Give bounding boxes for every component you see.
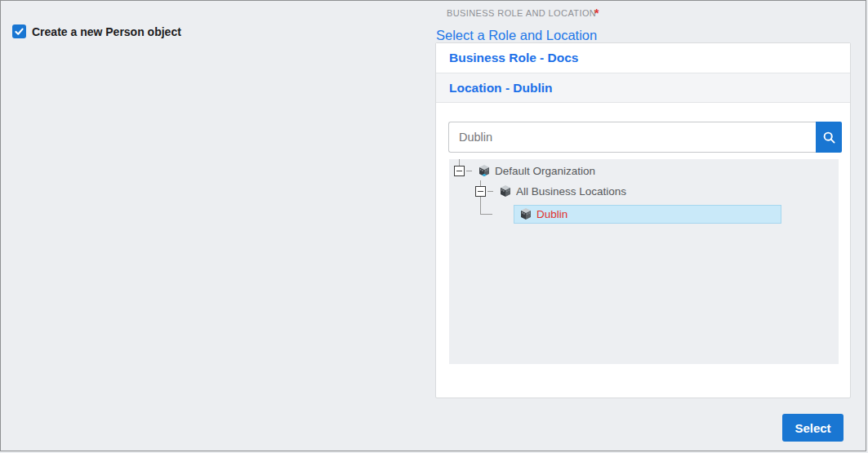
accordion-location-label: Location - Dublin xyxy=(449,81,553,95)
create-person-checkbox[interactable] xyxy=(12,24,26,38)
location-tree: Default Organization All Business Locati… xyxy=(449,159,839,364)
tree-node-dublin[interactable]: Dublin xyxy=(536,208,568,220)
tree-connector xyxy=(487,191,493,192)
accordion-location[interactable]: Location - Dublin xyxy=(436,73,850,103)
tree-connector xyxy=(466,171,472,171)
screen: Create a new Person object BUSINESS ROLE… xyxy=(0,0,866,451)
business-location-icon xyxy=(519,207,532,220)
business-role-location-label: BUSINESS ROLE AND LOCATION xyxy=(447,8,596,18)
collapse-toggle-all-business-locations[interactable] xyxy=(475,186,486,197)
select-button[interactable]: Select xyxy=(782,414,844,442)
tree-node-default-organization[interactable]: Default Organization xyxy=(495,165,595,177)
create-person-row[interactable]: Create a new Person object xyxy=(12,24,181,38)
tree-node-all-business-locations[interactable]: All Business Locations xyxy=(516,185,626,198)
role-location-card: Business Role - Docs Location - Dublin xyxy=(435,42,851,398)
tree-connector xyxy=(480,214,492,215)
required-asterisk: * xyxy=(594,7,599,20)
accordion-business-role[interactable]: Business Role - Docs xyxy=(436,43,850,73)
accordion-business-role-label: Business Role - Docs xyxy=(449,51,579,65)
minus-icon xyxy=(478,191,483,192)
create-person-label: Create a new Person object xyxy=(32,25,181,38)
minus-icon xyxy=(456,171,462,171)
tree-connector xyxy=(459,159,460,166)
search-button[interactable] xyxy=(816,122,842,153)
business-location-icon xyxy=(499,184,512,198)
select-role-location-heading: Select a Role and Location xyxy=(436,28,597,43)
collapse-toggle-default-organization[interactable] xyxy=(454,166,465,176)
location-search-row xyxy=(448,122,842,153)
location-search-input[interactable] xyxy=(448,122,816,153)
tree-connector xyxy=(480,180,481,186)
checkmark-icon xyxy=(14,26,24,37)
tree-connector xyxy=(480,197,481,215)
organization-building-icon xyxy=(478,164,491,177)
search-icon xyxy=(822,131,836,144)
